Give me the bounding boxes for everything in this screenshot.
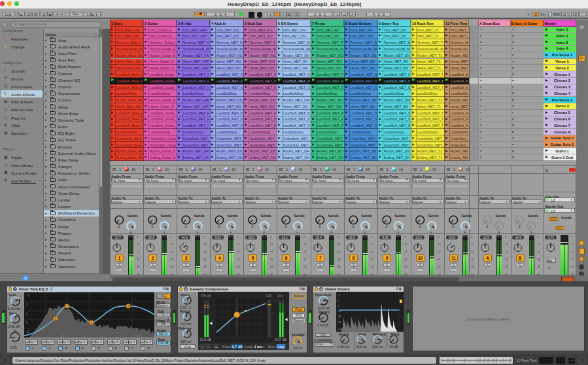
svg-text:△: △ [201,345,203,349]
svg-text:Out: Out [277,294,283,298]
svg-text:▬: ▬ [215,345,218,349]
svg-text:-18: -18 [337,315,341,318]
svg-text:Env.: Env. [268,345,275,349]
svg-text:GR: GR [266,294,271,298]
svg-text:100: 100 [61,334,66,338]
svg-text:1 ms: 1 ms [254,345,263,349]
svg-text:-2.37 dB: -2.37 dB [274,338,287,341]
svg-text:0: 0 [337,300,339,302]
svg-text:Log: Log [278,345,284,349]
svg-text:Look.: Look. [245,345,254,349]
svg-text:12: 12 [26,330,30,334]
svg-text:-30: -30 [337,321,341,324]
svg-text:12: 12 [26,294,30,297]
svg-text:-21.5 dB: -21.5 dB [199,338,212,341]
svg-text:0.7 dB: 0.7 dB [232,345,243,349]
svg-text:10k: 10k [137,334,142,338]
svg-text:+6: +6 [337,294,340,297]
svg-text:-6: -6 [337,305,339,307]
svg-text:⌣: ⌣ [207,345,209,349]
svg-text:1k: 1k [100,334,104,338]
svg-text:Knee: Knee [222,345,231,349]
svg-text:-70: -70 [337,328,341,331]
svg-text:Thresh: Thresh [201,294,212,298]
